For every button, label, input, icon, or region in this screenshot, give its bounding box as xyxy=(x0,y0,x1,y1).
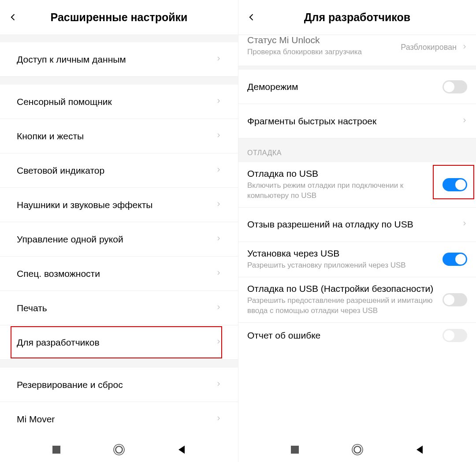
item-label: Отчет об ошибке xyxy=(247,330,443,341)
item-headphones-audio[interactable]: Наушники и звуковые эффекты xyxy=(0,188,238,222)
nav-home-button[interactable] xyxy=(351,443,364,456)
item-revoke-usb-auth[interactable]: Отзыв разрешений на отладку по USB xyxy=(238,208,476,242)
item-label: Отладка по USB (Настройки безопасности) xyxy=(247,283,435,294)
square-icon xyxy=(52,446,60,454)
chevron-right-icon xyxy=(216,337,221,348)
item-sub: Разрешить предоставление разрешений и им… xyxy=(247,296,435,316)
chevron-right-icon xyxy=(216,268,221,279)
nav-recents-button[interactable] xyxy=(289,443,301,456)
divider xyxy=(0,360,238,368)
item-mi-mover[interactable]: Mi Mover xyxy=(0,402,238,436)
divider xyxy=(0,77,238,85)
item-label: Деморежим xyxy=(247,82,443,92)
item-value: Разблокирован xyxy=(401,43,457,52)
item-label: Спец. возможности xyxy=(17,268,216,279)
chevron-right-icon xyxy=(462,42,467,53)
chevron-left-icon xyxy=(9,13,18,22)
android-navbar xyxy=(238,437,476,462)
square-icon xyxy=(291,446,299,454)
item-backup-reset[interactable]: Резервирование и сброс xyxy=(0,368,238,402)
nav-home-button[interactable] xyxy=(113,443,125,456)
chevron-right-icon xyxy=(216,234,221,245)
item-install-via-usb[interactable]: Установка через USB Разрешить установку … xyxy=(238,242,476,277)
toggle-usb-debug-security[interactable] xyxy=(443,293,467,306)
item-label: Световой индикатор xyxy=(17,165,216,176)
back-button[interactable] xyxy=(238,0,265,34)
item-quick-settings-tiles[interactable]: Фрагменты быстрых настроек xyxy=(238,104,476,138)
item-label: Наушники и звуковые эффекты xyxy=(17,200,216,210)
chevron-right-icon xyxy=(216,414,221,425)
chevron-right-icon xyxy=(216,54,221,65)
chevron-right-icon xyxy=(462,116,467,127)
nav-recents-button[interactable] xyxy=(50,443,63,456)
circle-icon xyxy=(353,446,361,454)
circle-icon xyxy=(115,446,123,454)
item-print[interactable]: Печать xyxy=(0,291,238,325)
item-label: Статус Mi Unlock xyxy=(247,35,394,45)
item-label: Управление одной рукой xyxy=(17,234,216,245)
item-accessibility[interactable]: Спец. возможности xyxy=(0,257,238,291)
divider xyxy=(0,34,238,42)
item-usb-debugging[interactable]: Отладка по USB Включить режим отладки пр… xyxy=(238,162,476,208)
nav-back-button[interactable] xyxy=(413,443,426,456)
chevron-right-icon xyxy=(216,165,221,176)
page-title: Для разработчиков xyxy=(238,11,476,24)
item-label: Mi Mover xyxy=(17,414,216,425)
item-quick-ball[interactable]: Сенсорный помощник xyxy=(0,85,238,119)
svg-marker-1 xyxy=(416,446,423,454)
content: Статус Mi Unlock Проверка блокировки заг… xyxy=(238,34,476,437)
item-sub: Включить режим отладки при подключении к… xyxy=(247,181,435,201)
item-label: Печать xyxy=(17,303,216,313)
item-developer-options[interactable]: Для разработчиков xyxy=(0,325,238,360)
item-one-handed[interactable]: Управление одной рукой xyxy=(0,222,238,257)
triangle-left-icon xyxy=(175,443,188,456)
toggle-install-via-usb[interactable] xyxy=(443,253,467,266)
item-usb-debug-security[interactable]: Отладка по USB (Настройки безопасности) … xyxy=(238,277,476,323)
text-col: Отладка по USB Включить режим отладки пр… xyxy=(247,168,443,201)
screen-developer-options: Для разработчиков Статус Mi Unlock Прове… xyxy=(238,0,476,462)
item-label: Отзыв разрешений на отладку по USB xyxy=(247,219,462,230)
item-led-indicator[interactable]: Световой индикатор xyxy=(0,153,238,188)
content: Доступ к личным данным Сенсорный помощни… xyxy=(0,34,238,437)
item-label: Установка через USB xyxy=(247,248,435,259)
item-sub: Разрешить установку приложений через USB xyxy=(247,261,435,271)
item-label: Кнопки и жесты xyxy=(17,131,216,142)
item-label: Фрагменты быстрых настроек xyxy=(247,116,462,127)
text-col: Установка через USB Разрешить установку … xyxy=(247,248,443,271)
item-label: Отладка по USB xyxy=(247,168,435,179)
item-sub: Проверка блокировки загрузчика xyxy=(247,47,394,57)
header: Расширенные настройки xyxy=(0,0,238,34)
chevron-right-icon xyxy=(216,303,221,313)
triangle-left-icon xyxy=(413,443,426,456)
chevron-right-icon xyxy=(216,97,221,107)
text-col: Отладка по USB (Настройки безопасности) … xyxy=(247,283,443,316)
item-label: Доступ к личным данным xyxy=(17,54,216,65)
svg-marker-0 xyxy=(178,446,185,454)
item-label: Резервирование и сброс xyxy=(17,380,216,390)
text-col: Статус Mi Unlock Проверка блокировки заг… xyxy=(247,37,401,57)
chevron-right-icon xyxy=(462,219,467,230)
header: Для разработчиков xyxy=(238,0,476,34)
chevron-right-icon xyxy=(216,380,221,390)
item-demo-mode[interactable]: Деморежим xyxy=(238,70,476,104)
back-button[interactable] xyxy=(0,0,26,34)
screen-advanced-settings: Расширенные настройки Доступ к личным да… xyxy=(0,0,238,462)
toggle-bug-report[interactable] xyxy=(443,329,467,342)
nav-back-button[interactable] xyxy=(175,443,188,456)
section-header-debug: ОТЛАДКА xyxy=(238,138,476,162)
toggle-usb-debugging[interactable] xyxy=(443,178,467,191)
chevron-right-icon xyxy=(216,200,221,210)
chevron-left-icon xyxy=(247,13,256,22)
toggle-demo-mode[interactable] xyxy=(443,80,467,93)
item-buttons-gestures[interactable]: Кнопки и жесты xyxy=(0,119,238,153)
android-navbar xyxy=(0,437,238,462)
page-title: Расширенные настройки xyxy=(0,11,238,24)
item-mi-unlock-status[interactable]: Статус Mi Unlock Проверка блокировки заг… xyxy=(238,35,476,66)
item-bug-report[interactable]: Отчет об ошибке xyxy=(238,323,476,348)
item-label: Для разработчиков xyxy=(17,337,216,348)
item-label: Сенсорный помощник xyxy=(17,97,216,107)
divider xyxy=(238,66,476,70)
item-personal-data-access[interactable]: Доступ к личным данным xyxy=(0,42,238,77)
chevron-right-icon xyxy=(216,131,221,142)
